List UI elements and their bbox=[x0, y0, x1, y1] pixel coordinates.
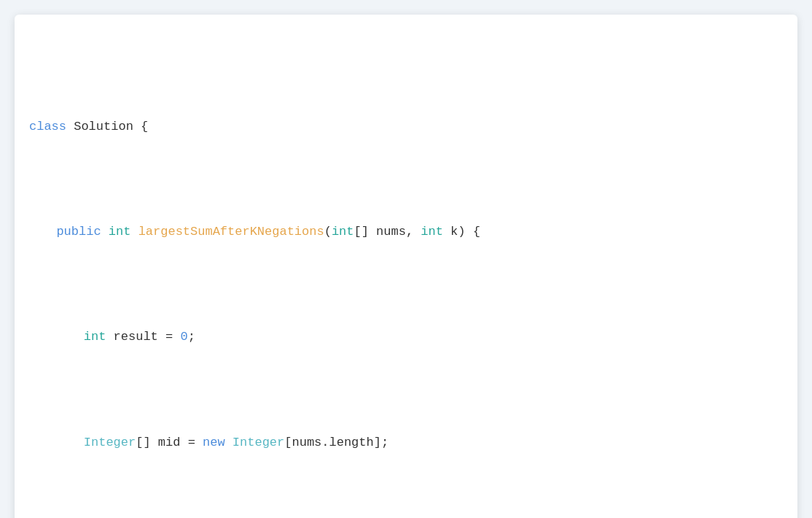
kw-public: public bbox=[56, 225, 101, 239]
kw-int-3: int bbox=[421, 225, 443, 239]
line-4: Integer[] mid = new Integer[nums.length]… bbox=[29, 433, 783, 454]
kw-integer-1: Integer bbox=[84, 436, 136, 449]
line-2: public int largestSumAfterKNegations(int… bbox=[29, 222, 783, 243]
code-content: class Solution { public int largestSumAf… bbox=[15, 26, 797, 518]
line-1: class Solution { bbox=[29, 117, 783, 138]
method-name: largestSumAfterKNegations bbox=[138, 225, 324, 239]
kw-int-4: int bbox=[84, 330, 106, 344]
line-3: int result = 0; bbox=[29, 327, 783, 348]
num-0: 0 bbox=[180, 330, 187, 344]
kw-new-1: new bbox=[203, 436, 225, 449]
kw-int-2: int bbox=[332, 225, 354, 239]
code-window: class Solution { public int largestSumAf… bbox=[15, 15, 797, 518]
kw-class: class bbox=[29, 120, 66, 134]
kw-integer-2: Integer bbox=[233, 436, 284, 449]
kw-int-1: int bbox=[109, 225, 131, 239]
